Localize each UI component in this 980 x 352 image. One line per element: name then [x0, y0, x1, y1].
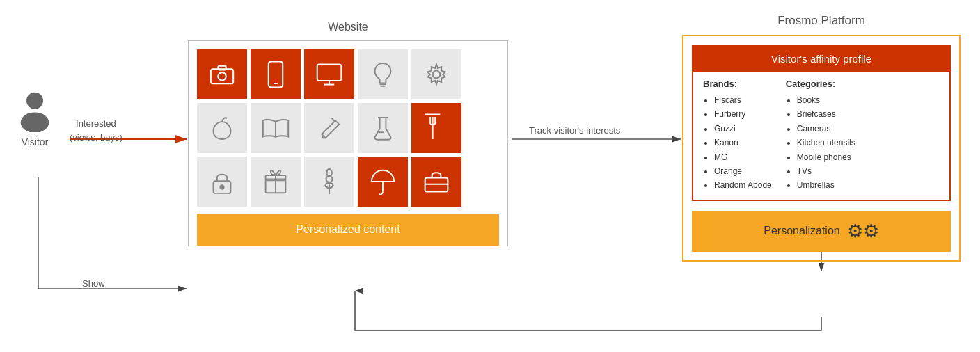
svg-point-8 [26, 93, 43, 109]
icon-cell [304, 157, 354, 207]
icon-cell [197, 49, 247, 99]
categories-list: BooksBriefcasesCamerasKitchen utensilsMo… [786, 93, 855, 193]
brand-item: Kanon [714, 136, 772, 150]
brand-item: MG [714, 150, 772, 164]
svg-line-23 [332, 118, 335, 122]
category-item: Briefcases [797, 107, 855, 121]
personalization-label: Personalization [764, 225, 839, 237]
brands-label: Brands: [703, 79, 772, 89]
svg-point-20 [433, 71, 441, 79]
website-section: Website [188, 21, 508, 246]
icon-cell [411, 157, 461, 207]
category-item: TVs [797, 164, 855, 178]
brand-item: Fiscars [714, 93, 772, 107]
brand-item: Orange [714, 164, 772, 178]
affinity-header: Visitor's affinity profile [693, 46, 949, 72]
frosmo-outer-box: Visitor's affinity profile Brands: Fisca… [682, 35, 961, 262]
brands-col: Brands: FiscarsFurberryGuzziKanonMGOrang… [703, 79, 772, 193]
category-item: Cameras [797, 122, 855, 136]
svg-rect-10 [211, 69, 233, 83]
diagram-container: Visitor Interested (views, buys) Show We… [0, 0, 980, 352]
svg-rect-15 [317, 64, 342, 81]
icon-cell [304, 49, 354, 99]
visitor-section: Visitor [14, 90, 56, 147]
personalization-box: Personalization ⚙⚙ [692, 211, 951, 252]
categories-col: Categories: BooksBriefcasesCamerasKitche… [786, 79, 855, 193]
website-box: Personalized content [188, 40, 508, 246]
icon-grid [197, 49, 499, 207]
icon-cell [358, 157, 408, 207]
interested-label: Interested (views, buys) [70, 117, 122, 144]
category-item: Books [797, 93, 855, 107]
icon-cell [251, 103, 301, 153]
visitor-label: Visitor [22, 136, 49, 147]
frosmo-section: Frosmo Platform Visitor's affinity profi… [682, 14, 961, 262]
website-title: Website [188, 21, 508, 33]
svg-point-9 [21, 112, 49, 132]
svg-point-30 [220, 185, 223, 189]
show-label: Show [82, 278, 105, 289]
categories-label: Categories: [786, 79, 855, 89]
icon-cell [411, 103, 461, 153]
gear-icon: ⚙⚙ [847, 221, 879, 242]
personalized-content: Personalized content [197, 214, 499, 246]
icon-cell [251, 49, 301, 99]
affinity-profile-box: Visitor's affinity profile Brands: Fisca… [692, 45, 951, 201]
icon-cell [251, 157, 301, 207]
icon-cell [358, 49, 408, 99]
track-visitor-label: Track visitor's interests [529, 125, 620, 136]
brand-item: Random Abode [714, 178, 772, 192]
category-item: Umbrellas [797, 178, 855, 192]
brands-list: FiscarsFurberryGuzziKanonMGOrangeRandom … [703, 93, 772, 193]
category-item: Kitchen utensils [797, 136, 855, 150]
svg-rect-12 [218, 66, 226, 70]
affinity-body: Brands: FiscarsFurberryGuzziKanonMGOrang… [693, 72, 949, 200]
frosmo-title: Frosmo Platform [682, 14, 961, 28]
brand-item: Furberry [714, 107, 772, 121]
icon-cell [304, 103, 354, 153]
icon-cell [197, 157, 247, 207]
icon-cell [358, 103, 408, 153]
svg-point-11 [218, 72, 226, 80]
category-item: Mobile phones [797, 150, 855, 164]
visitor-avatar [14, 90, 56, 132]
icon-cell [411, 49, 461, 99]
icon-cell [197, 103, 247, 153]
brand-item: Guzzi [714, 122, 772, 136]
